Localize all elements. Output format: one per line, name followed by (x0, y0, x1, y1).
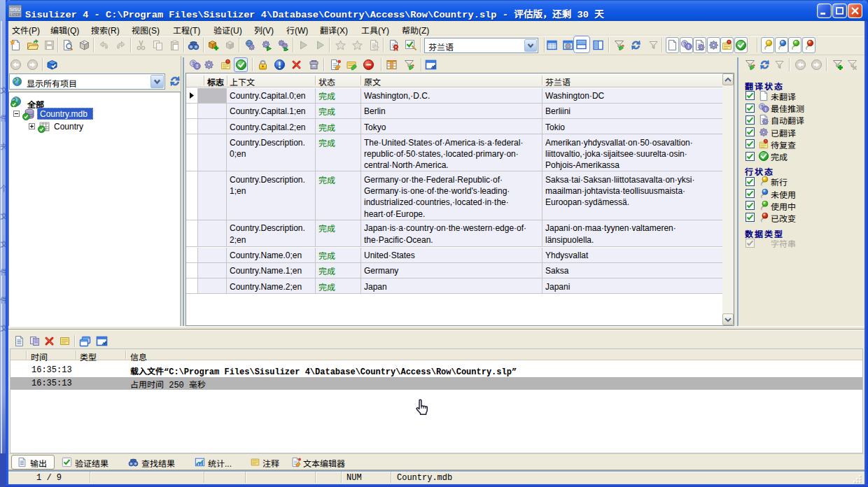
svg-text:LIZER: LIZER (10, 13, 21, 17)
svg-text:!: ! (765, 106, 767, 113)
svg-text:!: ! (687, 43, 690, 50)
svg-text:!: ! (196, 63, 198, 69)
svg-text:SISU: SISU (9, 7, 20, 12)
